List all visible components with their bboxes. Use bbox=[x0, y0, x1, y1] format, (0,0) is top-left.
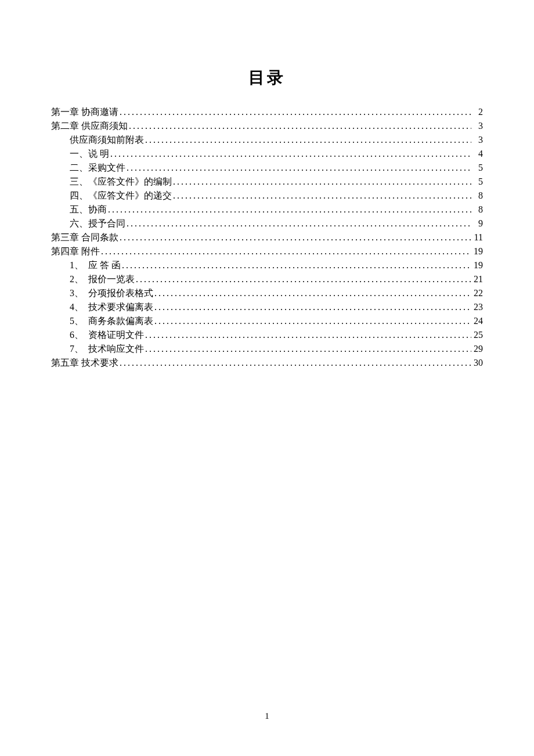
toc-leader-dots bbox=[128, 119, 471, 133]
toc-entry-label: 1、 应 答 函 bbox=[70, 258, 121, 272]
toc-entry-page: 8 bbox=[471, 203, 483, 217]
toc-entry: 5、 商务条款偏离表24 bbox=[51, 314, 483, 328]
toc-entry: 第一章 协商邀请2 bbox=[51, 105, 483, 119]
toc-entry-page: 2 bbox=[471, 105, 483, 119]
toc-entry: 六、授予合同9 bbox=[51, 217, 483, 231]
toc-leader-dots bbox=[172, 175, 471, 189]
toc-leader-dots bbox=[125, 217, 471, 231]
toc-leader-dots bbox=[107, 203, 471, 217]
toc-entry-page: 9 bbox=[471, 217, 483, 231]
toc-entry: 三、《应答文件》的编制5 bbox=[51, 175, 483, 189]
toc-entry: 四、《应答文件》的递交8 bbox=[51, 189, 483, 203]
toc-leader-dots bbox=[172, 189, 471, 203]
toc-entry: 供应商须知前附表3 bbox=[51, 133, 483, 147]
toc-entry: 4、 技术要求偏离表23 bbox=[51, 300, 483, 314]
toc-entry-label: 二、采购文件 bbox=[70, 161, 125, 175]
toc-leader-dots bbox=[153, 300, 471, 314]
toc-entry: 2、 报价一览表21 bbox=[51, 272, 483, 286]
toc-entry-page: 24 bbox=[471, 314, 483, 328]
toc-entry-page: 30 bbox=[471, 356, 483, 370]
toc-entry-page: 3 bbox=[471, 133, 483, 147]
page-number: 1 bbox=[0, 711, 534, 721]
toc-entry-label: 4、 技术要求偏离表 bbox=[70, 300, 153, 314]
toc-entry-label: 第三章 合同条款 bbox=[51, 231, 118, 244]
toc-entry-page: 5 bbox=[471, 161, 483, 175]
toc-entry: 6、 资格证明文件25 bbox=[51, 328, 483, 342]
toc-entry-label: 六、授予合同 bbox=[70, 217, 125, 231]
toc-leader-dots bbox=[144, 342, 471, 356]
toc-entry-label: 五、协商 bbox=[70, 203, 107, 217]
toc-entry: 一、说 明4 bbox=[51, 147, 483, 161]
toc-entry-label: 3、 分项报价表格式 bbox=[70, 286, 153, 300]
toc-entry-page: 8 bbox=[471, 189, 483, 203]
toc-leader-dots bbox=[109, 147, 471, 161]
toc-entry: 7、 技术响应文件29 bbox=[51, 342, 483, 356]
toc-entry-label: 供应商须知前附表 bbox=[70, 133, 144, 147]
toc-leader-dots bbox=[121, 258, 471, 272]
toc-container: 第一章 协商邀请2第二章 供应商须知3供应商须知前附表3一、说 明4二、采购文件… bbox=[51, 105, 483, 370]
toc-leader-dots bbox=[125, 161, 471, 175]
toc-leader-dots bbox=[144, 328, 471, 342]
toc-entry-page: 21 bbox=[471, 272, 483, 286]
toc-entry: 二、采购文件5 bbox=[51, 161, 483, 175]
toc-title: 目录 bbox=[51, 67, 483, 89]
toc-leader-dots bbox=[100, 244, 471, 258]
toc-entry-page: 25 bbox=[471, 328, 483, 342]
toc-entry: 第二章 供应商须知3 bbox=[51, 119, 483, 133]
toc-entry-page: 22 bbox=[471, 286, 483, 300]
document-page: 目录 第一章 协商邀请2第二章 供应商须知3供应商须知前附表3一、说 明4二、采… bbox=[0, 0, 534, 370]
toc-leader-dots bbox=[135, 272, 471, 286]
toc-entry-page: 4 bbox=[471, 147, 483, 161]
toc-entry-page: 3 bbox=[471, 119, 483, 133]
toc-entry-label: 2、 报价一览表 bbox=[70, 272, 135, 286]
toc-entry: 3、 分项报价表格式22 bbox=[51, 286, 483, 300]
toc-entry: 五、协商8 bbox=[51, 203, 483, 217]
toc-entry: 1、 应 答 函19 bbox=[51, 258, 483, 272]
toc-entry-label: 第四章 附件 bbox=[51, 244, 100, 258]
toc-entry-page: 5 bbox=[471, 175, 483, 189]
toc-entry-page: 19 bbox=[471, 244, 483, 258]
toc-entry-label: 一、说 明 bbox=[70, 147, 109, 161]
toc-entry-page: 19 bbox=[471, 258, 483, 272]
toc-leader-dots bbox=[118, 356, 471, 370]
toc-entry-page: 29 bbox=[471, 342, 483, 356]
toc-entry-label: 第二章 供应商须知 bbox=[51, 119, 128, 133]
toc-entry-page: 11 bbox=[471, 231, 483, 244]
toc-entry-label: 7、 技术响应文件 bbox=[70, 342, 144, 356]
toc-entry-page: 23 bbox=[471, 300, 483, 314]
toc-entry-label: 三、《应答文件》的编制 bbox=[70, 175, 172, 189]
toc-entry: 第五章 技术要求30 bbox=[51, 356, 483, 370]
toc-leader-dots bbox=[144, 133, 471, 147]
toc-entry-label: 6、 资格证明文件 bbox=[70, 328, 144, 342]
toc-leader-dots bbox=[118, 231, 471, 244]
toc-leader-dots bbox=[153, 314, 471, 328]
toc-entry: 第三章 合同条款11 bbox=[51, 231, 483, 244]
toc-leader-dots bbox=[153, 286, 471, 300]
toc-leader-dots bbox=[118, 105, 471, 119]
toc-entry-label: 四、《应答文件》的递交 bbox=[70, 189, 172, 203]
toc-entry-label: 5、 商务条款偏离表 bbox=[70, 314, 153, 328]
toc-entry-label: 第一章 协商邀请 bbox=[51, 105, 118, 119]
toc-entry-label: 第五章 技术要求 bbox=[51, 356, 118, 370]
toc-entry: 第四章 附件19 bbox=[51, 244, 483, 258]
